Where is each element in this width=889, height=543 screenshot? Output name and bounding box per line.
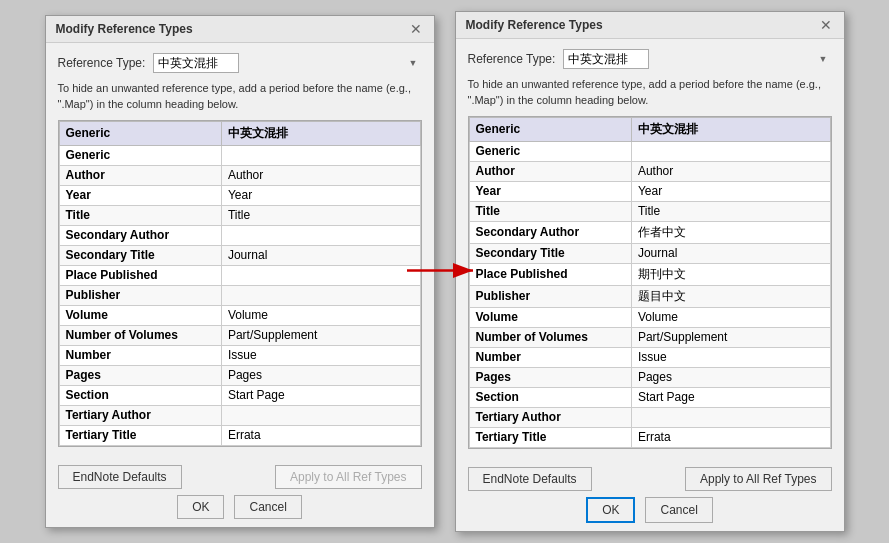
cell-value[interactable]	[221, 145, 420, 165]
cell-generic[interactable]: Generic	[469, 141, 631, 161]
cell-value[interactable]: Part/Supplement	[221, 325, 420, 345]
cell-generic[interactable]: Generic	[59, 145, 221, 165]
cell-value[interactable]: Volume	[631, 307, 830, 327]
table-row: TitleTitle	[59, 205, 420, 225]
table-row: Secondary Author作者中文	[469, 221, 830, 243]
table-row: VolumeVolume	[59, 305, 420, 325]
table-row: Publisher题目中文	[469, 285, 830, 307]
apply-all-button-left[interactable]: Apply to All Ref Types	[275, 465, 422, 489]
table-row: Secondary TitleJournal	[469, 243, 830, 263]
cell-generic[interactable]: Year	[59, 185, 221, 205]
cell-value[interactable]: Title	[631, 201, 830, 221]
ok-button-right[interactable]: OK	[586, 497, 635, 523]
cell-value[interactable]	[221, 225, 420, 245]
table-row: YearYear	[59, 185, 420, 205]
cell-value[interactable]: Year	[631, 181, 830, 201]
cell-generic[interactable]: Tertiary Author	[469, 407, 631, 427]
desktop: Modify Reference Types ✕ Reference Type:…	[0, 0, 889, 543]
cell-generic[interactable]: Publisher	[59, 285, 221, 305]
cell-generic[interactable]: Volume	[469, 307, 631, 327]
cell-value[interactable]	[221, 265, 420, 285]
table-row: Publisher	[59, 285, 420, 305]
table-row: SectionStart Page	[59, 385, 420, 405]
cell-value[interactable]: 作者中文	[631, 221, 830, 243]
cell-generic[interactable]: Number of Volumes	[59, 325, 221, 345]
cell-value[interactable]: Journal	[631, 243, 830, 263]
cell-generic[interactable]: Secondary Author	[59, 225, 221, 245]
cell-value[interactable]	[221, 405, 420, 425]
dialog-body-right: Reference Type: 中英文混排 To hide an unwante…	[456, 39, 844, 459]
table-row: Place Published	[59, 265, 420, 285]
footer-row2-left: OK Cancel	[58, 495, 422, 519]
table-row: SectionStart Page	[469, 387, 830, 407]
cell-generic[interactable]: Section	[469, 387, 631, 407]
table-row: Number of VolumesPart/Supplement	[59, 325, 420, 345]
cell-generic[interactable]: Secondary Title	[469, 243, 631, 263]
title-left: Modify Reference Types	[56, 22, 193, 36]
cell-value[interactable]: Author	[631, 161, 830, 181]
cell-generic[interactable]: Section	[59, 385, 221, 405]
cell-generic[interactable]: Number	[469, 347, 631, 367]
cell-generic[interactable]: Place Published	[59, 265, 221, 285]
table-wrapper-left: Generic 中英文混排 GenericAuthorAuthorYearYea…	[58, 120, 422, 447]
ref-type-select-right[interactable]: 中英文混排	[563, 49, 649, 69]
cell-value[interactable]: Title	[221, 205, 420, 225]
cell-generic[interactable]: Number	[59, 345, 221, 365]
ref-type-row-left: Reference Type: 中英文混排	[58, 53, 422, 73]
cell-generic[interactable]: Author	[469, 161, 631, 181]
cell-generic[interactable]: Place Published	[469, 263, 631, 285]
endnote-defaults-button-left[interactable]: EndNote Defaults	[58, 465, 182, 489]
cancel-button-right[interactable]: Cancel	[645, 497, 712, 523]
close-button-left[interactable]: ✕	[408, 22, 424, 36]
footer-row1-right: EndNote Defaults Apply to All Ref Types	[468, 467, 832, 491]
endnote-defaults-button-right[interactable]: EndNote Defaults	[468, 467, 592, 491]
cell-value[interactable]: Year	[221, 185, 420, 205]
hint-text-right: To hide an unwanted reference type, add …	[468, 77, 832, 108]
table-scroll-right[interactable]: Generic 中英文混排 GenericAuthorAuthorYearYea…	[469, 117, 831, 448]
cell-generic[interactable]: Tertiary Author	[59, 405, 221, 425]
dialog-left: Modify Reference Types ✕ Reference Type:…	[45, 15, 435, 528]
ref-type-select-left[interactable]: 中英文混排	[153, 53, 239, 73]
cell-generic[interactable]: Number of Volumes	[469, 327, 631, 347]
table-row: NumberIssue	[469, 347, 830, 367]
cell-generic[interactable]: Secondary Title	[59, 245, 221, 265]
cell-generic[interactable]: Title	[59, 205, 221, 225]
cell-generic[interactable]: Title	[469, 201, 631, 221]
cell-generic[interactable]: Author	[59, 165, 221, 185]
cell-value[interactable]: 题目中文	[631, 285, 830, 307]
cell-value[interactable]: 期刊中文	[631, 263, 830, 285]
cell-value[interactable]	[631, 141, 830, 161]
cell-value[interactable]: Volume	[221, 305, 420, 325]
table-scroll-left[interactable]: Generic 中英文混排 GenericAuthorAuthorYearYea…	[59, 121, 421, 446]
ref-type-select-wrapper-left: 中英文混排	[153, 53, 421, 73]
title-bar-left: Modify Reference Types ✕	[46, 16, 434, 43]
cell-value[interactable]: Author	[221, 165, 420, 185]
cell-generic[interactable]: Pages	[59, 365, 221, 385]
cell-value[interactable]: Part/Supplement	[631, 327, 830, 347]
cell-value[interactable]: Pages	[631, 367, 830, 387]
cancel-button-left[interactable]: Cancel	[234, 495, 301, 519]
cell-generic[interactable]: Tertiary Title	[59, 425, 221, 445]
apply-all-button-right[interactable]: Apply to All Ref Types	[685, 467, 832, 491]
cell-generic[interactable]: Volume	[59, 305, 221, 325]
cell-value[interactable]: Issue	[221, 345, 420, 365]
cell-value[interactable]: Errata	[631, 427, 830, 447]
cell-value[interactable]: Journal	[221, 245, 420, 265]
cell-generic[interactable]: Year	[469, 181, 631, 201]
cell-generic[interactable]: Tertiary Title	[469, 427, 631, 447]
cell-value[interactable]	[631, 407, 830, 427]
table-row: VolumeVolume	[469, 307, 830, 327]
cell-value[interactable]: Start Page	[221, 385, 420, 405]
cell-value[interactable]: Issue	[631, 347, 830, 367]
cell-value[interactable]	[221, 285, 420, 305]
cell-generic[interactable]: Pages	[469, 367, 631, 387]
col-header-value-left: 中英文混排	[221, 121, 420, 145]
close-button-right[interactable]: ✕	[818, 18, 834, 32]
cell-generic[interactable]: Secondary Author	[469, 221, 631, 243]
ok-button-left[interactable]: OK	[177, 495, 224, 519]
cell-value[interactable]: Errata	[221, 425, 420, 445]
cell-value[interactable]: Start Page	[631, 387, 830, 407]
table-row: AuthorAuthor	[469, 161, 830, 181]
cell-value[interactable]: Pages	[221, 365, 420, 385]
cell-generic[interactable]: Publisher	[469, 285, 631, 307]
